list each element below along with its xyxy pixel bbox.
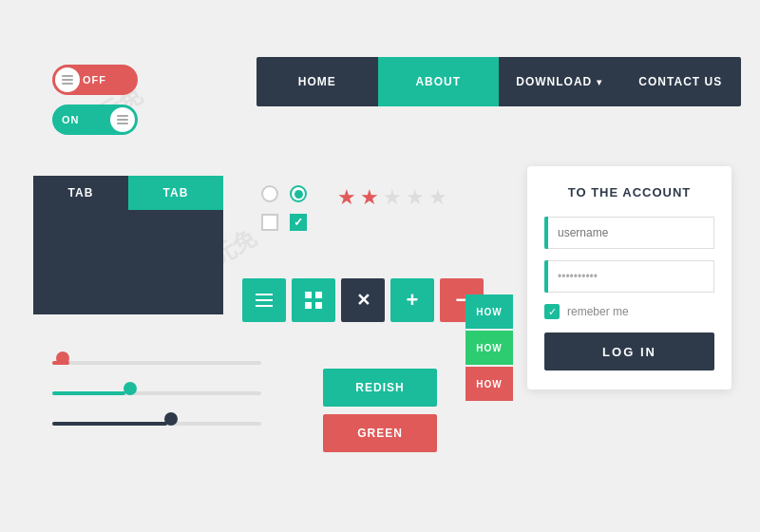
checkbox-unchecked[interactable] bbox=[261, 214, 278, 231]
username-bar bbox=[544, 217, 548, 249]
toggle-off[interactable]: OFF bbox=[52, 65, 138, 95]
login-button[interactable]: LOG IN bbox=[544, 332, 714, 370]
slider-section bbox=[33, 356, 271, 447]
toggle-lines-icon bbox=[62, 75, 73, 85]
password-input-wrap bbox=[544, 260, 714, 293]
nav-about-label: ABOUT bbox=[415, 75, 461, 88]
slider-3-thumb[interactable] bbox=[164, 412, 178, 426]
remember-row: ✓ remeber me bbox=[544, 304, 714, 319]
how-btn-1-label: HOW bbox=[476, 307, 502, 317]
login-title: TO THE ACCOUNT bbox=[544, 185, 714, 200]
grid-icon bbox=[305, 292, 322, 309]
slider-1-track bbox=[52, 361, 261, 365]
slider-1-thumb[interactable] bbox=[56, 352, 69, 365]
star-2[interactable]: ★ bbox=[360, 185, 379, 210]
tab-2-label: TAB bbox=[163, 186, 189, 200]
green-button[interactable]: GREEN bbox=[323, 414, 437, 452]
stars-container: ★ ★ ★ ★ ★ bbox=[337, 185, 447, 210]
plus-button[interactable]: + bbox=[390, 278, 434, 322]
radio-checked[interactable] bbox=[290, 185, 307, 202]
checkbox-checked[interactable]: ✓ bbox=[290, 214, 307, 231]
menu-button[interactable] bbox=[242, 278, 286, 322]
tab-bar: TAB TAB bbox=[33, 176, 223, 210]
radio-check-section: ✓ bbox=[261, 185, 307, 231]
menu-icon bbox=[256, 294, 273, 307]
radio-row bbox=[261, 185, 307, 202]
radio-inner-dot bbox=[294, 190, 303, 199]
star-4[interactable]: ★ bbox=[406, 185, 425, 210]
slider-3-row bbox=[33, 417, 271, 430]
login-label: LOG IN bbox=[602, 345, 656, 359]
close-icon: ✕ bbox=[356, 290, 370, 311]
plus-icon: + bbox=[407, 288, 419, 313]
slider-2-fill bbox=[52, 391, 125, 395]
redish-label: REDISH bbox=[355, 381, 404, 394]
how-buttons: HOW HOW HOW bbox=[466, 294, 513, 403]
toggle-on-lines-icon bbox=[117, 115, 128, 124]
svg-rect-0 bbox=[256, 294, 273, 295]
grid-button[interactable] bbox=[292, 278, 335, 322]
icon-buttons-row: ✕ + − bbox=[242, 278, 484, 322]
toggle-off-knob bbox=[55, 67, 80, 92]
green-label: GREEN bbox=[357, 427, 403, 440]
username-input-wrap bbox=[544, 217, 714, 249]
remember-checkbox[interactable]: ✓ bbox=[544, 304, 560, 319]
navbar: HOME ABOUT DOWNLOAD ▾ CONTACT US bbox=[256, 57, 741, 106]
svg-rect-5 bbox=[305, 302, 312, 309]
slider-3-track bbox=[52, 422, 261, 426]
login-card: TO THE ACCOUNT ✓ remeber me LOG IN bbox=[527, 166, 732, 390]
tab-section: TAB TAB bbox=[33, 176, 223, 314]
remember-label: remeber me bbox=[567, 305, 629, 318]
username-input[interactable] bbox=[544, 217, 714, 249]
slider-2-track bbox=[52, 391, 261, 395]
how-btn-1[interactable]: HOW bbox=[466, 294, 513, 329]
close-button[interactable]: ✕ bbox=[341, 278, 385, 322]
redish-button[interactable]: REDISH bbox=[323, 369, 437, 407]
star-5[interactable]: ★ bbox=[428, 185, 447, 210]
nav-home-label: HOME bbox=[298, 75, 336, 88]
svg-rect-6 bbox=[315, 302, 322, 309]
nav-contact-label: CONTACT US bbox=[638, 75, 722, 88]
radio-unchecked[interactable] bbox=[261, 185, 278, 202]
slider-1-row bbox=[33, 356, 271, 370]
checkbox-row: ✓ bbox=[261, 214, 307, 231]
how-btn-2-label: HOW bbox=[476, 343, 502, 353]
password-input[interactable] bbox=[544, 260, 714, 293]
slider-2-thumb[interactable] bbox=[124, 382, 137, 395]
toggle-on-knob bbox=[110, 107, 135, 132]
tab-1-label: TAB bbox=[68, 186, 94, 200]
nav-contact[interactable]: CONTACT US bbox=[620, 57, 742, 106]
tab-2[interactable]: TAB bbox=[128, 176, 223, 210]
how-btn-3-label: HOW bbox=[476, 379, 502, 390]
toggle-off-label: OFF bbox=[83, 74, 106, 86]
color-buttons: REDISH GREEN bbox=[323, 369, 437, 460]
svg-rect-4 bbox=[315, 292, 322, 298]
tab-content bbox=[33, 210, 223, 314]
nav-home[interactable]: HOME bbox=[256, 57, 378, 106]
svg-rect-3 bbox=[305, 292, 312, 298]
slider-3-fill bbox=[52, 422, 167, 426]
tab-1[interactable]: TAB bbox=[33, 176, 128, 210]
nav-about[interactable]: ABOUT bbox=[378, 57, 500, 106]
svg-rect-2 bbox=[256, 305, 273, 307]
toggle-on-label: ON bbox=[62, 114, 80, 125]
nav-download-label: DOWNLOAD bbox=[516, 75, 592, 88]
password-bar bbox=[544, 260, 548, 293]
how-btn-2[interactable]: HOW bbox=[466, 331, 513, 365]
toggle-section: OFF ON bbox=[52, 65, 138, 144]
svg-rect-1 bbox=[256, 299, 273, 301]
toggle-on[interactable]: ON bbox=[52, 104, 138, 135]
nav-download[interactable]: DOWNLOAD ▾ bbox=[499, 57, 620, 106]
star-rating: ★ ★ ★ ★ ★ bbox=[337, 185, 447, 210]
star-1[interactable]: ★ bbox=[337, 185, 356, 210]
slider-2-row bbox=[33, 387, 271, 400]
dropdown-arrow-icon: ▾ bbox=[597, 77, 602, 87]
star-3[interactable]: ★ bbox=[383, 185, 402, 210]
page-wrapper: 素元免 素元免 HOME ABOUT DOWNLOAD ▾ CONTACT US… bbox=[0, 0, 760, 532]
how-btn-3[interactable]: HOW bbox=[466, 367, 513, 401]
